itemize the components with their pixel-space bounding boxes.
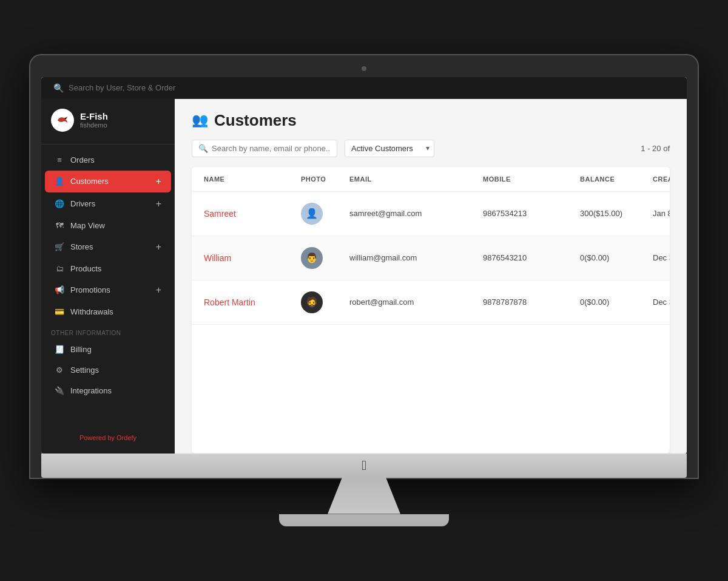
customer-search-input[interactable] (212, 144, 331, 153)
brand-area: E-Fish fishdemo (41, 99, 175, 144)
nav-icon-promotions: 📢 (55, 285, 64, 294)
nav-label-products: Products (70, 264, 101, 273)
nav-plus-drivers[interactable]: + (156, 199, 161, 209)
nav-icon-map-view: 🗺 (55, 221, 64, 230)
th-mobile: MOBILE (483, 175, 580, 183)
table-row: Robert Martin 🧔 robert@gmail.com 9878787… (192, 280, 670, 325)
th-created: CREATED (653, 175, 670, 183)
top-bar: 🔍 (41, 77, 687, 99)
content-area: 👥 Customers 🔍 Active CustomersInactive C… (175, 99, 687, 454)
sidebar-item-billing[interactable]: 🧾 Billing (45, 339, 171, 359)
customer-balance: 300($15.00) (580, 209, 653, 218)
customers-table: NAMEPHOTOEMAILMOBILEBALANCECREATED Samre… (192, 167, 670, 454)
pagination-text: 1 - 20 of (641, 144, 670, 153)
imac-wrapper: 🔍 (30, 55, 698, 526)
filters-row: 🔍 Active CustomersInactive CustomersAll … (175, 140, 687, 167)
other-info-label: Other Information (41, 322, 175, 339)
th-balance: BALANCE (580, 175, 653, 183)
customer-mobile: 9876543210 (483, 253, 580, 262)
nav-label-promotions: Promotions (70, 285, 110, 294)
sidebar-item-promotions[interactable]: 📢 Promotions + (45, 279, 171, 301)
camera-dot (362, 66, 366, 71)
app-container: 🔍 (41, 77, 687, 454)
imac-stand-neck (328, 478, 400, 514)
sidebar-item-drivers[interactable]: 🌐 Drivers + (45, 193, 171, 215)
nav-icon-products: 🗂 (55, 264, 64, 273)
nav-icon-orders: ≡ (55, 155, 64, 165)
sidebar-item-customers[interactable]: 👤 Customers + (45, 171, 171, 192)
imac-screen: 🔍 (30, 55, 698, 478)
main-layout: E-Fish fishdemo ≡ Orders 👤 Customers + 🌐 (41, 99, 687, 454)
nav-label-customers: Customers (70, 177, 109, 186)
customer-email: samreet@gmail.com (349, 209, 483, 218)
nav-icon-settings: ⚙ (55, 365, 64, 375)
nav-label-integrations: Integrations (70, 386, 112, 395)
nav-icon-customers: 👤 (55, 177, 64, 186)
table-header: NAMEPHOTOEMAILMOBILEBALANCECREATED (192, 167, 670, 192)
brand-info: E-Fish fishdemo (80, 111, 108, 129)
th-photo: PHOTO (301, 175, 349, 183)
nav-icon-billing: 🧾 (55, 345, 64, 354)
page-title: Customers (214, 111, 297, 130)
ordefy-brand: Ordefy (116, 434, 136, 441)
sidebar-item-orders[interactable]: ≡ Orders (45, 150, 171, 170)
customer-name[interactable]: William (204, 253, 301, 263)
nav-label-billing: Billing (70, 345, 92, 354)
customer-created: Dec 3, 10:36 AM (653, 297, 670, 307)
brand-sub: fishdemo (80, 121, 108, 129)
powered-by: Powered by Ordefy (41, 428, 175, 447)
customer-balance: 0($0.00) (580, 253, 653, 262)
customer-name[interactable]: Robert Martin (204, 297, 301, 307)
nav-icon-drivers: 🌐 (55, 199, 64, 208)
topbar-search-icon: 🔍 (53, 83, 64, 93)
nav-icon-integrations: 🔌 (55, 386, 64, 395)
nav-label-withdrawals: Withdrawals (70, 307, 113, 316)
nav-label-stores: Stores (70, 242, 93, 251)
sidebar-item-withdrawals[interactable]: 💳 Withdrawals (45, 302, 171, 322)
th-name: NAME (204, 175, 301, 183)
sidebar-item-products[interactable]: 🗂 Products (45, 259, 171, 279)
customer-name[interactable]: Samreet (204, 209, 301, 219)
svg-point-1 (65, 117, 66, 118)
imac-stand-base (279, 514, 449, 526)
nav-plus-promotions[interactable]: + (156, 285, 161, 296)
sidebar: E-Fish fishdemo ≡ Orders 👤 Customers + 🌐 (41, 99, 175, 454)
topbar-search-input[interactable] (69, 83, 251, 92)
customer-balance: 0($0.00) (580, 297, 653, 307)
nav-section: ≡ Orders 👤 Customers + 🌐 Drivers + 🗺 Map… (41, 144, 175, 428)
nav-icon-stores: 🛒 (55, 242, 64, 251)
nav-plus-customers[interactable]: + (156, 176, 161, 187)
customer-mobile: 9867534213 (483, 209, 580, 218)
nav-label-drivers: Drivers (70, 199, 95, 208)
table-row: Samreet 👤 samreet@gmail.com 9867534213 3… (192, 192, 670, 236)
table-row: William 👨 william@gmail.com 9876543210 0… (192, 236, 670, 280)
avatar: 👨 (301, 247, 323, 269)
avatar: 🧔 (301, 291, 323, 313)
imac-display: 🔍 (41, 77, 687, 454)
brand-name: E-Fish (80, 111, 108, 121)
nav-label-map-view: Map View (70, 221, 105, 230)
nav-icon-withdrawals: 💳 (55, 307, 64, 316)
sidebar-item-settings[interactable]: ⚙ Settings (45, 360, 171, 380)
customer-filter-select[interactable]: Active CustomersInactive CustomersAll Cu… (345, 140, 434, 157)
nav-plus-stores[interactable]: + (156, 242, 161, 253)
customer-created: Dec 30, 11:25 AM 2022 (653, 253, 670, 262)
customer-mobile: 9878787878 (483, 297, 580, 307)
th-email: EMAIL (349, 175, 483, 183)
page-header: 👥 Customers (175, 99, 687, 140)
sidebar-item-stores[interactable]: 🛒 Stores + (45, 236, 171, 258)
customer-search-icon: 🔍 (198, 144, 208, 153)
page-header-icon: 👥 (192, 112, 208, 128)
customer-created: Jan 8, 12:14 PM (653, 209, 670, 218)
sidebar-item-map-view[interactable]: 🗺 Map View (45, 216, 171, 236)
avatar: 👤 (301, 203, 323, 225)
sidebar-item-integrations[interactable]: 🔌 Integrations (45, 381, 171, 401)
customer-email: william@gmail.com (349, 253, 483, 262)
customer-search-box[interactable]: 🔍 (192, 140, 337, 157)
nav-label-orders: Orders (70, 155, 95, 165)
nav-label-settings: Settings (70, 365, 99, 375)
customer-email: robert@gmail.com (349, 297, 483, 307)
brand-logo (51, 109, 74, 132)
filter-select-wrapper[interactable]: Active CustomersInactive CustomersAll Cu… (345, 140, 434, 157)
imac-chin:  (41, 454, 687, 478)
